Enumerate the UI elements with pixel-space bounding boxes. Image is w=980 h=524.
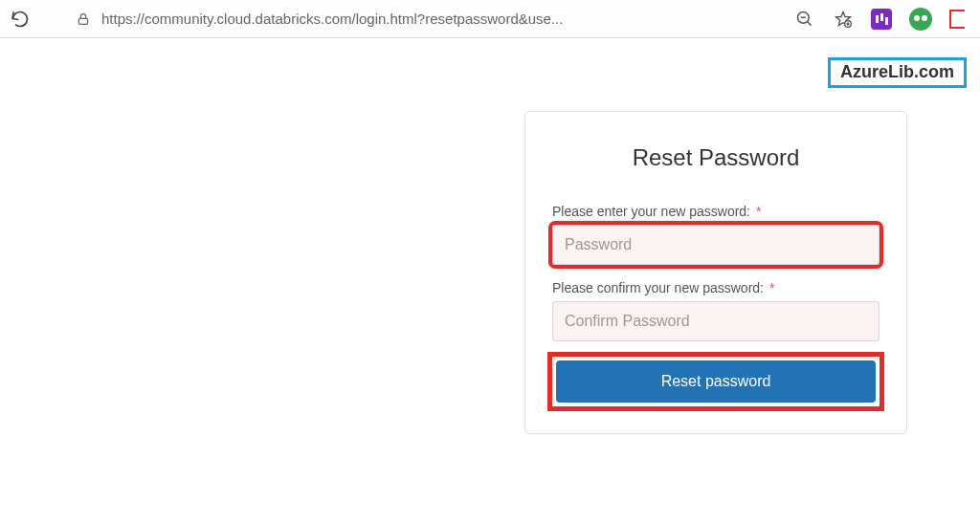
reset-password-button[interactable]: Reset password: [556, 360, 876, 403]
confirm-password-label-text: Please confirm your new password:: [552, 280, 764, 295]
password-input[interactable]: [552, 225, 880, 265]
favorite-icon[interactable]: [833, 9, 854, 30]
reload-icon[interactable]: [10, 9, 31, 30]
extension-green-icon[interactable]: [909, 8, 932, 31]
extension-purple-icon[interactable]: [871, 9, 892, 30]
confirm-password-label: Please confirm your new password: *: [552, 280, 880, 295]
required-marker: *: [769, 280, 774, 295]
lock-icon: [75, 11, 92, 28]
url-bar-text[interactable]: https://community.cloud.databricks.com/l…: [101, 11, 785, 27]
submit-button-highlight: Reset password: [552, 357, 880, 406]
reset-password-card: Reset Password Please enter your new pas…: [524, 111, 907, 434]
svg-rect-0: [78, 18, 87, 24]
watermark-text: AzureLib.com: [840, 62, 954, 81]
card-title: Reset Password: [552, 144, 880, 171]
toolbar-icons: [794, 8, 970, 31]
password-label-text: Please enter your new password:: [552, 204, 750, 219]
zoom-icon[interactable]: [794, 9, 815, 30]
svg-line-2: [808, 21, 812, 25]
partial-red-box-icon: [949, 10, 965, 29]
required-marker: *: [756, 204, 761, 219]
password-label: Please enter your new password: *: [552, 204, 880, 219]
browser-toolbar: https://community.cloud.databricks.com/l…: [0, 0, 980, 38]
confirm-password-input[interactable]: [552, 301, 880, 341]
watermark-badge: AzureLib.com: [828, 57, 967, 88]
